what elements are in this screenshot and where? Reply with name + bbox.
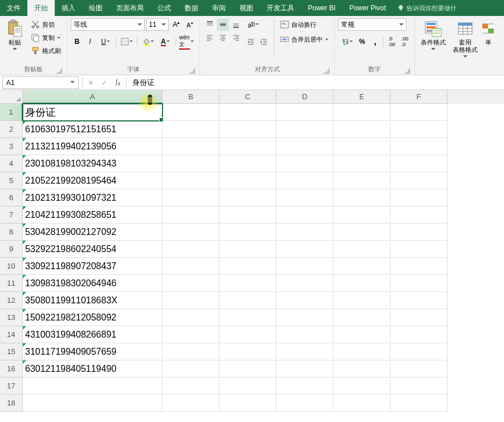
cell-E9[interactable] [334,241,391,258]
row-header-13[interactable]: 13 [0,309,23,326]
column-header-E[interactable]: E [334,90,391,104]
paste-button[interactable]: 粘贴 [3,18,26,52]
wrap-text-button[interactable]: ab 自动换行 [278,18,331,31]
cell-D15[interactable] [277,343,334,360]
cell-E14[interactable] [334,326,391,343]
cell-E15[interactable] [334,343,391,360]
font-color-button[interactable]: A [157,35,174,48]
cell-E4[interactable] [334,155,391,172]
cell-E13[interactable] [334,309,391,326]
row-header-8[interactable]: 8 [0,224,23,241]
cell-B5[interactable] [162,172,220,189]
increase-font-button[interactable]: A▴ [170,18,182,31]
cell-C18[interactable] [220,395,277,412]
bold-button[interactable]: B [71,35,83,48]
orientation-button[interactable]: ab [245,18,262,31]
cell-styles-button[interactable]: 单 [482,18,494,47]
cell-D18[interactable] [277,395,334,412]
cell-C1[interactable] [220,104,277,121]
cell-C12[interactable] [220,292,277,309]
cell-B6[interactable] [162,189,220,206]
cell-F10[interactable] [391,258,448,275]
cell-A18[interactable] [23,395,162,412]
cell-D9[interactable] [277,241,334,258]
cell-F3[interactable] [391,138,448,155]
tab-draw[interactable]: 绘图 [82,0,109,16]
cell-D4[interactable] [277,155,334,172]
column-header-A[interactable]: A [23,90,162,104]
align-center-button[interactable] [217,31,229,44]
row-header-4[interactable]: 4 [0,155,23,172]
row-header-11[interactable]: 11 [0,275,23,292]
cell-D14[interactable] [277,326,334,343]
currency-button[interactable]: 💱 [338,35,355,48]
row-header-10[interactable]: 10 [0,258,23,275]
row-header-9[interactable]: 9 [0,241,23,258]
cell-D17[interactable] [277,378,334,395]
phonetic-button[interactable]: wén文 [178,35,195,48]
tab-view[interactable]: 视图 [233,0,260,16]
cell-D6[interactable] [277,189,334,206]
cell-D8[interactable] [277,224,334,241]
dialog-launcher-icon[interactable] [56,68,62,74]
cell-A7[interactable]: 210421199308258651 [23,206,162,224]
cell-D12[interactable] [277,292,334,309]
column-header-B[interactable]: B [162,90,220,104]
cell-A14[interactable]: 431003199408266891 [23,326,162,343]
align-middle-button[interactable] [217,18,229,31]
cell-C13[interactable] [220,309,277,326]
cell-E17[interactable] [334,378,391,395]
cell-B11[interactable] [162,275,220,292]
cell-E16[interactable] [334,360,391,378]
tell-me-search[interactable]: 告诉我你想要做什 [393,0,461,16]
tab-powerpivot[interactable]: Power Pivot [343,0,393,16]
align-top-button[interactable] [204,18,216,31]
cell-D7[interactable] [277,206,334,224]
font-name-combo[interactable]: 等线 [71,18,145,31]
cell-F4[interactable] [391,155,448,172]
format-painter-button[interactable]: 格式刷 [29,44,63,57]
tab-pagelayout[interactable]: 页面布局 [109,0,151,16]
cell-D11[interactable] [277,275,334,292]
cell-D13[interactable] [277,309,334,326]
align-right-button[interactable] [230,31,242,44]
cell-C2[interactable] [220,121,277,138]
row-header-6[interactable]: 6 [0,189,23,206]
cell-B4[interactable] [162,155,220,172]
cell-F7[interactable] [391,206,448,224]
cell-F6[interactable] [391,189,448,206]
cell-E8[interactable] [334,224,391,241]
cell-E7[interactable] [334,206,391,224]
percent-button[interactable]: % [356,35,368,48]
cell-B14[interactable] [162,326,220,343]
cell-C17[interactable] [220,378,277,395]
dialog-launcher-icon[interactable] [189,68,195,74]
row-header-3[interactable]: 3 [0,138,23,155]
cell-E18[interactable] [334,395,391,412]
cell-B1[interactable] [162,104,220,121]
cell-B18[interactable] [162,395,220,412]
font-size-combo[interactable]: 11 [146,18,169,31]
increase-indent-button[interactable] [258,35,270,48]
cell-E2[interactable] [334,121,391,138]
row-header-15[interactable]: 15 [0,343,23,360]
cell-D16[interactable] [277,360,334,378]
cell-B7[interactable] [162,206,220,224]
cell-C14[interactable] [220,326,277,343]
cell-A12[interactable]: 35080119911018683X [23,292,162,309]
cell-E3[interactable] [334,138,391,155]
cell-F2[interactable] [391,121,448,138]
fill-color-button[interactable] [139,35,156,48]
cell-C7[interactable] [220,206,277,224]
cell-A13[interactable]: 150922198212058092 [23,309,162,326]
cell-D1[interactable] [277,104,334,121]
cell-A10[interactable]: 330921198907208437 [23,258,162,275]
cell-E1[interactable] [334,104,391,121]
increase-decimal-button[interactable]: .0.00 [385,35,398,48]
cell-A1[interactable]: 身份证 [23,104,162,121]
row-header-7[interactable]: 7 [0,206,23,224]
row-header-2[interactable]: 2 [0,121,23,138]
tab-file[interactable]: 文件 [0,0,27,16]
formula-cancel-button[interactable]: ✕ [84,76,97,89]
cell-D3[interactable] [277,138,334,155]
